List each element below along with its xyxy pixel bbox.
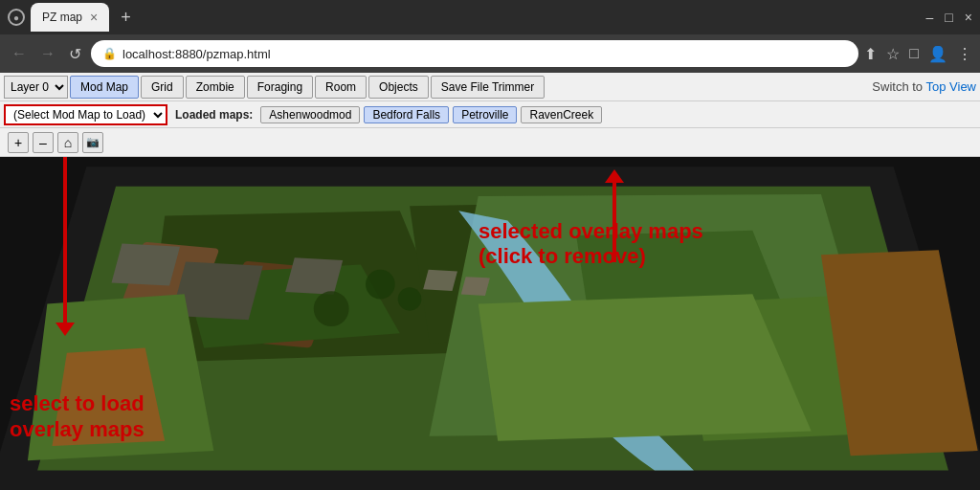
foraging-button[interactable]: Foraging <box>247 76 313 99</box>
tab-title: PZ map <box>42 11 82 24</box>
tab-close-icon[interactable]: × <box>90 10 98 25</box>
room-button[interactable]: Room <box>315 76 367 99</box>
back-button[interactable]: ← <box>8 43 31 64</box>
map-tag-petroville[interactable]: Petroville <box>453 106 517 123</box>
annotation-line1: select to load <box>10 391 145 416</box>
grid-button[interactable]: Grid <box>141 76 184 99</box>
map-tag-bedford-falls[interactable]: Bedford Falls <box>364 106 449 123</box>
annotation-line2: overlay maps <box>10 417 145 442</box>
objects-button[interactable]: Objects <box>368 76 429 99</box>
screenshot-button[interactable]: 📷 <box>82 132 103 153</box>
loaded-maps-label: Loaded maps: <box>175 108 253 122</box>
layer-select[interactable]: Layer 0 <box>4 76 68 99</box>
menu-icon[interactable]: ⋮ <box>957 45 972 63</box>
save-file-trimmer-button[interactable]: Save File Trimmer <box>431 76 545 99</box>
select-to-load-annotation: select to load overlay maps <box>10 391 145 442</box>
home-button[interactable]: ⌂ <box>57 132 78 153</box>
close-icon[interactable]: × <box>965 10 972 25</box>
loaded-maps-row: (Select Mod Map to Load) Loaded maps: As… <box>0 101 980 128</box>
svg-point-15 <box>398 287 422 311</box>
lock-icon: 🔒 <box>102 47 117 60</box>
overlay-maps-annotation: selected overlay maps (click to remove) <box>479 219 703 270</box>
app-toolbar: Layer 0 Mod Map Grid Zombie Foraging Roo… <box>0 73 980 101</box>
svg-marker-17 <box>479 294 812 441</box>
address-text: localhost:8880/pzmap.html <box>122 47 271 61</box>
svg-rect-21 <box>423 270 457 291</box>
address-bar: ← → ↺ 🔒 localhost:8880/pzmap.html ⬆ ☆ □ … <box>0 34 980 73</box>
annotation-right-line1: selected overlay maps <box>479 219 703 244</box>
profile-icon[interactable]: 👤 <box>928 45 947 63</box>
map-controls-row: + – ⌂ 📷 <box>0 128 980 157</box>
svg-point-14 <box>366 270 395 300</box>
share-icon[interactable]: ⬆ <box>864 45 877 63</box>
zoom-out-button[interactable]: – <box>33 132 54 153</box>
reload-button[interactable]: ↺ <box>65 43 85 65</box>
browser-icon: ● <box>8 9 25 26</box>
zoom-in-button[interactable]: + <box>8 132 29 153</box>
forward-button[interactable]: → <box>36 43 59 64</box>
top-view-link[interactable]: Top View <box>925 79 976 94</box>
map-tag-ravencreek[interactable]: RavenCreek <box>521 106 602 123</box>
split-view-icon[interactable]: □ <box>909 45 919 62</box>
mod-map-button[interactable]: Mod Map <box>70 76 139 99</box>
address-input[interactable]: 🔒 localhost:8880/pzmap.html <box>91 40 858 67</box>
minimize-icon[interactable]: – <box>926 10 934 25</box>
maximize-icon[interactable]: □ <box>945 10 952 25</box>
annotation-right-line2: (click to remove) <box>479 244 703 269</box>
svg-rect-13 <box>285 257 343 295</box>
mod-map-select[interactable]: (Select Mod Map to Load) <box>4 104 167 125</box>
svg-point-16 <box>314 291 349 326</box>
zombie-button[interactable]: Zombie <box>186 76 245 99</box>
browser-chrome: ● PZ map × + – □ × ← → ↺ 🔒 localhost:888… <box>0 0 980 73</box>
left-arrow <box>63 157 67 324</box>
active-tab[interactable]: PZ map × <box>31 3 109 32</box>
map-canvas[interactable] <box>0 157 980 490</box>
map-area: select to load overlay maps selected ove… <box>0 157 980 490</box>
switch-to-area: Switch to Top View <box>872 79 976 94</box>
switch-text: Switch to <box>872 79 923 94</box>
new-tab-button[interactable]: + <box>115 8 137 28</box>
svg-rect-22 <box>461 277 490 296</box>
bookmark-icon[interactable]: ☆ <box>886 45 900 63</box>
svg-rect-11 <box>112 243 181 285</box>
map-tag-ashenwoodmod[interactable]: Ashenwoodmod <box>260 106 360 123</box>
